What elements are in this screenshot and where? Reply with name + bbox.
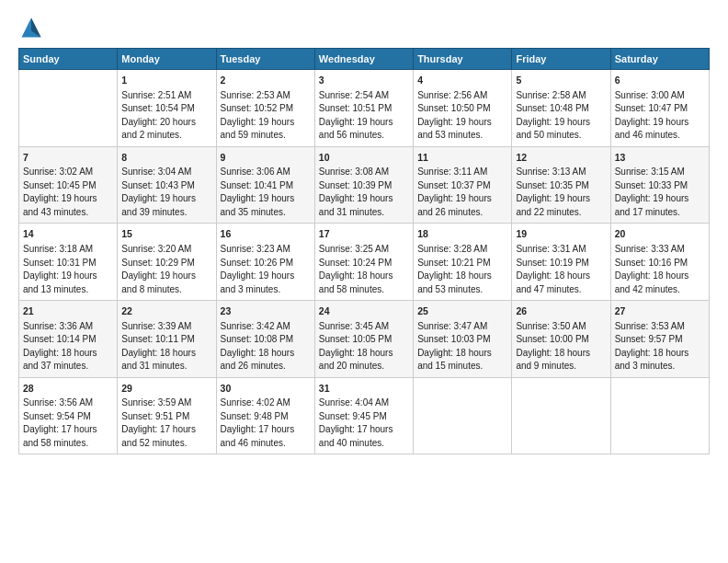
cell-content: Sunrise: 3:00 AMSunset: 10:47 PMDaylight… <box>615 89 705 143</box>
cell-content: Sunrise: 3:53 AMSunset: 9:57 PMDaylight:… <box>615 320 705 373</box>
date-number: 5 <box>516 74 606 87</box>
cell-content: Sunrise: 3:15 AMSunset: 10:33 PMDaylight… <box>615 166 705 219</box>
date-number: 25 <box>417 304 507 318</box>
header-row: SundayMondayTuesdayWednesdayThursdayFrid… <box>19 49 710 70</box>
calendar-cell: 13Sunrise: 3:15 AMSunset: 10:33 PMDaylig… <box>610 146 709 224</box>
calendar-cell <box>19 70 118 147</box>
cell-content: Sunrise: 3:36 AMSunset: 10:14 PMDaylight… <box>23 320 113 373</box>
date-number: 13 <box>615 151 705 165</box>
cell-content: Sunrise: 3:39 AMSunset: 10:11 PMDaylight… <box>121 320 211 373</box>
day-header: Saturday <box>610 49 709 70</box>
cell-content: Sunrise: 3:06 AMSunset: 10:41 PMDaylight… <box>221 166 311 219</box>
calendar-cell: 25Sunrise: 3:47 AMSunset: 10:03 PMDaylig… <box>414 301 512 378</box>
day-header: Friday <box>512 49 610 70</box>
calendar-cell <box>414 377 512 454</box>
calendar-cell <box>610 377 709 454</box>
calendar-cell: 14Sunrise: 3:18 AMSunset: 10:31 PMDaylig… <box>19 224 118 301</box>
cell-content: Sunrise: 4:02 AMSunset: 9:48 PMDaylight:… <box>221 396 311 450</box>
calendar-cell <box>512 377 610 454</box>
date-number: 12 <box>516 151 606 165</box>
calendar-cell: 16Sunrise: 3:23 AMSunset: 10:26 PMDaylig… <box>216 224 314 301</box>
calendar-cell: 8Sunrise: 3:04 AMSunset: 10:43 PMDayligh… <box>118 146 216 224</box>
calendar-cell: 22Sunrise: 3:39 AMSunset: 10:11 PMDaylig… <box>118 301 216 378</box>
day-header: Monday <box>118 49 216 70</box>
cell-content: Sunrise: 3:31 AMSunset: 10:19 PMDaylight… <box>516 243 606 296</box>
date-number: 7 <box>23 151 113 165</box>
logo-icon <box>18 15 44 40</box>
calendar-cell: 12Sunrise: 3:13 AMSunset: 10:35 PMDaylig… <box>512 146 610 224</box>
date-number: 18 <box>417 227 507 241</box>
cell-content: Sunrise: 3:45 AMSunset: 10:05 PMDaylight… <box>319 320 409 373</box>
cell-content: Sunrise: 3:59 AMSunset: 9:51 PMDaylight:… <box>121 396 211 450</box>
calendar-cell: 21Sunrise: 3:36 AMSunset: 10:14 PMDaylig… <box>19 301 118 378</box>
date-number: 24 <box>319 304 409 318</box>
date-number: 29 <box>121 382 211 396</box>
calendar-cell: 27Sunrise: 3:53 AMSunset: 9:57 PMDayligh… <box>610 301 709 378</box>
cell-content: Sunrise: 2:51 AMSunset: 10:54 PMDaylight… <box>121 89 211 143</box>
calendar-cell: 10Sunrise: 3:08 AMSunset: 10:39 PMDaylig… <box>314 146 413 224</box>
calendar-cell: 20Sunrise: 3:33 AMSunset: 10:16 PMDaylig… <box>610 224 709 301</box>
date-number: 10 <box>319 151 409 165</box>
calendar-cell: 11Sunrise: 3:11 AMSunset: 10:37 PMDaylig… <box>414 146 512 224</box>
week-row: 21Sunrise: 3:36 AMSunset: 10:14 PMDaylig… <box>19 301 710 378</box>
cell-content: Sunrise: 3:18 AMSunset: 10:31 PMDaylight… <box>23 243 113 296</box>
calendar-cell: 6Sunrise: 3:00 AMSunset: 10:47 PMDayligh… <box>610 70 709 147</box>
date-number: 3 <box>319 74 409 87</box>
date-number: 28 <box>23 382 113 396</box>
date-number: 19 <box>516 227 606 241</box>
cell-content: Sunrise: 2:53 AMSunset: 10:52 PMDaylight… <box>221 89 311 143</box>
calendar-cell: 26Sunrise: 3:50 AMSunset: 10:00 PMDaylig… <box>512 301 610 378</box>
week-row: 28Sunrise: 3:56 AMSunset: 9:54 PMDayligh… <box>19 377 710 454</box>
calendar-cell: 31Sunrise: 4:04 AMSunset: 9:45 PMDayligh… <box>314 377 413 454</box>
cell-content: Sunrise: 3:08 AMSunset: 10:39 PMDaylight… <box>319 166 409 219</box>
calendar-cell: 23Sunrise: 3:42 AMSunset: 10:08 PMDaylig… <box>216 301 314 378</box>
calendar-cell: 18Sunrise: 3:28 AMSunset: 10:21 PMDaylig… <box>414 224 512 301</box>
page: SundayMondayTuesdayWednesdayThursdayFrid… <box>0 0 728 563</box>
date-number: 31 <box>319 382 409 396</box>
date-number: 22 <box>121 304 211 318</box>
cell-content: Sunrise: 3:02 AMSunset: 10:45 PMDaylight… <box>23 166 113 219</box>
cell-content: Sunrise: 3:20 AMSunset: 10:29 PMDaylight… <box>121 243 211 296</box>
calendar-cell: 5Sunrise: 2:58 AMSunset: 10:48 PMDayligh… <box>512 70 610 147</box>
date-number: 21 <box>23 304 113 318</box>
date-number: 30 <box>221 382 311 396</box>
day-header: Tuesday <box>216 49 314 70</box>
calendar-cell: 1Sunrise: 2:51 AMSunset: 10:54 PMDayligh… <box>118 70 216 147</box>
date-number: 23 <box>221 304 311 318</box>
cell-content: Sunrise: 3:56 AMSunset: 9:54 PMDaylight:… <box>23 396 113 450</box>
cell-content: Sunrise: 2:58 AMSunset: 10:48 PMDaylight… <box>516 89 606 143</box>
week-row: 1Sunrise: 2:51 AMSunset: 10:54 PMDayligh… <box>19 70 710 147</box>
day-header: Wednesday <box>314 49 413 70</box>
date-number: 14 <box>23 227 113 241</box>
calendar-cell: 30Sunrise: 4:02 AMSunset: 9:48 PMDayligh… <box>216 377 314 454</box>
logo <box>18 15 48 40</box>
calendar-cell: 15Sunrise: 3:20 AMSunset: 10:29 PMDaylig… <box>118 224 216 301</box>
calendar-cell: 9Sunrise: 3:06 AMSunset: 10:41 PMDayligh… <box>216 146 314 224</box>
date-number: 15 <box>121 227 211 241</box>
day-header: Thursday <box>414 49 512 70</box>
calendar-cell: 19Sunrise: 3:31 AMSunset: 10:19 PMDaylig… <box>512 224 610 301</box>
date-number: 4 <box>417 74 507 87</box>
cell-content: Sunrise: 3:23 AMSunset: 10:26 PMDaylight… <box>221 243 311 296</box>
week-row: 14Sunrise: 3:18 AMSunset: 10:31 PMDaylig… <box>19 224 710 301</box>
calendar-cell: 24Sunrise: 3:45 AMSunset: 10:05 PMDaylig… <box>314 301 413 378</box>
date-number: 26 <box>516 304 606 318</box>
cell-content: Sunrise: 3:04 AMSunset: 10:43 PMDaylight… <box>121 166 211 219</box>
cell-content: Sunrise: 3:13 AMSunset: 10:35 PMDaylight… <box>516 166 606 219</box>
date-number: 20 <box>615 227 705 241</box>
date-number: 8 <box>121 151 211 165</box>
cell-content: Sunrise: 3:25 AMSunset: 10:24 PMDaylight… <box>319 243 409 296</box>
calendar-cell: 7Sunrise: 3:02 AMSunset: 10:45 PMDayligh… <box>19 146 118 224</box>
date-number: 11 <box>417 151 507 165</box>
date-number: 17 <box>319 227 409 241</box>
calendar-cell: 3Sunrise: 2:54 AMSunset: 10:51 PMDayligh… <box>314 70 413 147</box>
date-number: 2 <box>221 74 311 87</box>
week-row: 7Sunrise: 3:02 AMSunset: 10:45 PMDayligh… <box>19 146 710 224</box>
cell-content: Sunrise: 2:54 AMSunset: 10:51 PMDaylight… <box>319 89 409 143</box>
date-number: 6 <box>615 74 705 87</box>
calendar-cell: 2Sunrise: 2:53 AMSunset: 10:52 PMDayligh… <box>216 70 314 147</box>
date-number: 1 <box>121 74 211 87</box>
calendar-cell: 17Sunrise: 3:25 AMSunset: 10:24 PMDaylig… <box>314 224 413 301</box>
calendar-table: SundayMondayTuesdayWednesdayThursdayFrid… <box>18 48 710 454</box>
date-number: 16 <box>221 227 311 241</box>
